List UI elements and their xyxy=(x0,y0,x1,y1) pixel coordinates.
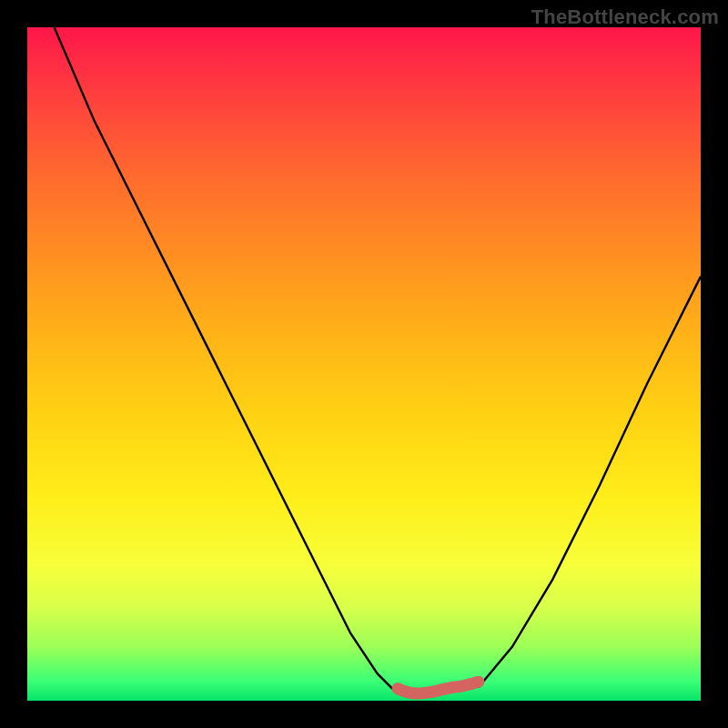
left-curve xyxy=(55,27,398,694)
chart-frame: TheBottleneck.com xyxy=(0,0,728,728)
watermark-text: TheBottleneck.com xyxy=(531,5,719,29)
bottom-segment xyxy=(398,682,479,693)
plot-area xyxy=(27,27,701,701)
curve-layer xyxy=(27,27,701,701)
right-curve xyxy=(479,277,701,687)
